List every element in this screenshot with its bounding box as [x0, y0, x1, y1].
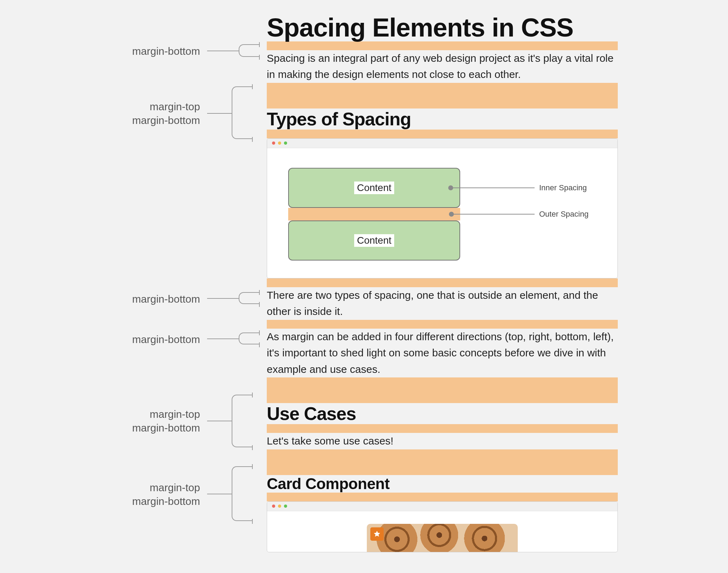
close-icon: [272, 505, 275, 508]
browser-window-mock-2: [267, 501, 618, 552]
content-box-1: Content: [288, 168, 460, 208]
bracket-tick: [259, 330, 260, 335]
bracket-leader: [207, 51, 239, 51]
annotation-text: margin-top: [46, 100, 200, 113]
close-icon: [272, 141, 275, 145]
annotation-text: margin-bottom: [46, 113, 200, 127]
bracket-leader: [207, 421, 232, 421]
minimize-icon: [278, 141, 281, 145]
bracket-leader: [207, 338, 239, 339]
leader-line: [452, 214, 535, 215]
margin-highlight: [267, 320, 618, 329]
margin-highlight: [267, 449, 618, 475]
content-box-2: Content: [288, 220, 460, 261]
window-titlebar: [267, 139, 617, 148]
bracket-tick: [252, 519, 253, 524]
annotation-label-2: margin-top margin-bottom: [46, 100, 200, 127]
heading-types: Types of Spacing: [267, 108, 618, 130]
zoom-icon: [284, 505, 287, 508]
bracket-leader: [207, 494, 232, 494]
annotation-label-1: margin-bottom: [46, 44, 200, 58]
bracket-tick: [252, 445, 253, 450]
paragraph-types-explain: There are two types of spacing, one that…: [267, 287, 618, 320]
content-label: Content: [354, 182, 394, 194]
bracket: [239, 44, 260, 57]
margin-highlight: [267, 278, 618, 287]
browser-window-mock: Content Content Inner Spacing Outer Spac…: [267, 138, 618, 278]
bracket-tick: [259, 290, 260, 295]
browser-viewport: [267, 511, 617, 552]
browser-viewport: Content Content Inner Spacing Outer Spac…: [267, 148, 617, 278]
bracket: [232, 395, 253, 447]
zoom-icon: [284, 141, 287, 145]
intro-paragraph: Spacing is an integral part of any web d…: [267, 50, 618, 83]
heading-card-component: Card Component: [267, 475, 618, 493]
margin-highlight: [267, 377, 618, 403]
inner-spacing-label: Inner Spacing: [539, 183, 587, 192]
bracket-leader: [207, 113, 232, 114]
margin-highlight: [267, 424, 618, 433]
margin-highlight: [267, 41, 618, 50]
bracket-tick: [252, 393, 253, 397]
outer-spacing-label: Outer Spacing: [539, 210, 589, 219]
margin-highlight: [267, 493, 618, 501]
bracket-tick: [252, 84, 253, 89]
annotation-text: margin-bottom: [46, 292, 200, 306]
window-titlebar: [267, 502, 617, 511]
bracket-tick: [252, 464, 253, 469]
minimize-icon: [278, 505, 281, 508]
annotation-text: margin-bottom: [46, 332, 200, 346]
article-column: Spacing Elements in CSS Spacing is an in…: [267, 14, 618, 552]
page-title: Spacing Elements in CSS: [267, 14, 618, 41]
annotation-text: margin-top: [46, 407, 200, 421]
paragraph-usecases-intro: Let's take some use cases!: [267, 433, 618, 449]
star-icon: [373, 530, 381, 538]
bracket: [232, 466, 253, 521]
heading-usecases: Use Cases: [267, 403, 618, 424]
bracket-tick: [259, 42, 260, 47]
annotation-label-5: margin-top margin-bottom: [46, 407, 200, 435]
bracket: [239, 292, 260, 304]
paragraph-margin-directions: As margin can be added in four different…: [267, 329, 618, 378]
annotation-text: margin-bottom: [46, 494, 200, 508]
annotation-text: margin-top: [46, 481, 200, 494]
margin-highlight: [267, 130, 618, 138]
annotation-label-6: margin-top margin-bottom: [46, 481, 200, 508]
bracket-tick: [259, 55, 260, 60]
page: margin-bottom margin-top margin-bottom m…: [0, 0, 728, 573]
favorite-badge: [370, 527, 384, 541]
annotation-text: margin-bottom: [46, 421, 200, 435]
leader-line: [452, 187, 535, 188]
outer-spacing-highlight: [288, 208, 460, 220]
card-hero-image: [367, 524, 518, 552]
bracket-tick: [252, 137, 253, 142]
bracket-tick: [259, 302, 260, 307]
bracket: [239, 332, 260, 344]
content-label: Content: [354, 234, 394, 247]
annotation-text: margin-bottom: [46, 44, 200, 58]
annotation-label-3: margin-bottom: [46, 292, 200, 306]
bracket-leader: [207, 298, 239, 299]
bracket-tick: [259, 342, 260, 347]
annotation-label-4: margin-bottom: [46, 332, 200, 346]
margin-highlight: [267, 83, 618, 108]
bracket: [232, 86, 253, 139]
